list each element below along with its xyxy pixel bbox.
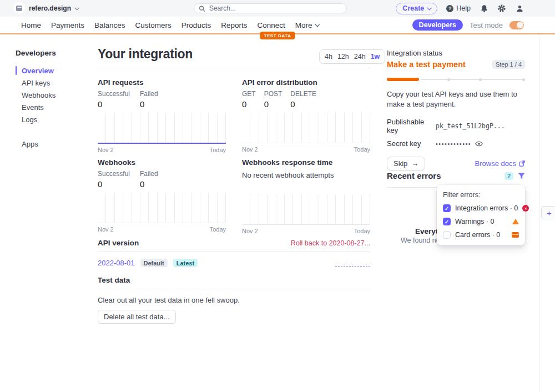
stat-value: 0 bbox=[140, 179, 158, 189]
toggle-knob bbox=[517, 22, 523, 28]
section-description: Clear out all your test data in one fell… bbox=[98, 296, 370, 304]
skip-button[interactable]: Skip → bbox=[387, 157, 425, 170]
box-icon bbox=[16, 6, 22, 11]
search-input[interactable] bbox=[208, 4, 342, 13]
card-title: Webhooks response time bbox=[242, 158, 370, 167]
nav-item-balances[interactable]: Balances bbox=[94, 21, 125, 29]
filter-option-integration-errors[interactable]: Integration errors · 0 bbox=[443, 204, 519, 212]
axis-end-label: Today bbox=[354, 228, 370, 234]
axis-start-label: Nov 2 bbox=[242, 228, 258, 234]
stat-label: GET bbox=[242, 90, 256, 98]
chevron-down-icon bbox=[74, 6, 79, 10]
x-axis: Nov 2 Today bbox=[242, 146, 370, 153]
publishable-key-row: Publishable key pk_test_51L2bgP... bbox=[387, 118, 525, 134]
x-axis: Nov 2 Today bbox=[98, 147, 226, 153]
nav-item-customers[interactable]: Customers bbox=[135, 21, 171, 29]
test-mode-label: Test mode bbox=[470, 21, 503, 29]
time-range-selector: 4h 12h 24h 1w bbox=[319, 49, 385, 64]
notifications-bell-button[interactable] bbox=[480, 4, 488, 13]
nav-item-payments[interactable]: Payments bbox=[51, 21, 84, 29]
zoom-plus-button[interactable] bbox=[541, 206, 555, 219]
checkbox-checked[interactable] bbox=[443, 218, 451, 225]
settings-gear-button[interactable] bbox=[497, 4, 506, 13]
latest-badge: Latest bbox=[173, 259, 198, 267]
section-title: Test data bbox=[98, 276, 130, 284]
stat-failed: Failed 0 bbox=[140, 90, 158, 109]
checkbox-checked[interactable] bbox=[443, 204, 451, 212]
create-button[interactable]: Create bbox=[396, 3, 437, 14]
filter-option-card-errors[interactable]: Card errors · 0 bbox=[443, 231, 519, 239]
card-title: API requests bbox=[98, 78, 226, 87]
filter-errors-button[interactable] bbox=[518, 173, 525, 179]
delete-test-data-button[interactable]: Delete all test data... bbox=[98, 310, 176, 324]
nav-links: Home Payments Balances Customers Product… bbox=[21, 17, 319, 33]
publishable-key-value[interactable]: pk_test_51L2bgP... bbox=[436, 122, 505, 130]
bell-icon bbox=[480, 4, 488, 13]
axis-start-label: Nov 2 bbox=[242, 146, 258, 153]
sidebar-item-apps[interactable]: Apps bbox=[16, 138, 85, 150]
sidebar-item-api-keys[interactable]: API keys bbox=[16, 77, 85, 89]
progress-dot bbox=[447, 78, 450, 81]
stat-label: DELETE bbox=[290, 90, 316, 98]
checkbox-unchecked[interactable] bbox=[443, 231, 451, 239]
browse-docs-link[interactable]: Browse docs bbox=[475, 159, 525, 168]
divider bbox=[98, 289, 370, 289]
card-title: API error distribution bbox=[242, 78, 370, 87]
account-avatar-button[interactable] bbox=[515, 4, 524, 13]
workspace-switcher[interactable]: refero.design bbox=[13, 2, 78, 14]
nav-item-reports[interactable]: Reports bbox=[221, 21, 247, 29]
filter-funnel-icon bbox=[518, 173, 525, 179]
nav-item-connect[interactable]: Connect bbox=[257, 21, 285, 29]
search-box[interactable] bbox=[194, 3, 347, 13]
dashed-underline-placeholder bbox=[335, 266, 370, 267]
stat-label: Successful bbox=[98, 90, 130, 98]
gear-icon bbox=[497, 4, 506, 13]
webhooks-response-time-chart bbox=[242, 194, 370, 225]
sidebar-item-webhooks[interactable]: Webhooks bbox=[16, 89, 85, 101]
person-icon bbox=[516, 4, 524, 13]
api-requests-card: API requests Successful 0 Failed 0 Nov 2… bbox=[98, 78, 226, 153]
stat-get: GET 0 bbox=[242, 90, 256, 109]
divider bbox=[98, 252, 370, 252]
range-option-12h[interactable]: 12h bbox=[337, 53, 349, 61]
browse-docs-label: Browse docs bbox=[475, 159, 516, 168]
default-badge: Default bbox=[140, 259, 168, 267]
rollback-link[interactable]: Roll back to 2020-08-27... bbox=[291, 239, 370, 247]
help-button[interactable]: ? Help bbox=[446, 4, 471, 12]
axis-end-label: Today bbox=[354, 146, 370, 153]
filter-option-label: Integration errors · 0 bbox=[455, 204, 518, 212]
sidebar-item-logs[interactable]: Logs bbox=[16, 113, 85, 125]
stat-value: 0 bbox=[140, 99, 158, 109]
axis-end-label: Today bbox=[210, 226, 226, 233]
stat-label: Failed bbox=[140, 170, 158, 178]
progress-track bbox=[421, 79, 525, 80]
range-option-1w[interactable]: 1w bbox=[371, 53, 380, 61]
stat-label: POST bbox=[264, 90, 282, 98]
test-mode-toggle[interactable] bbox=[509, 21, 524, 29]
recent-errors-title: Recent errors bbox=[387, 171, 504, 180]
sidebar-item-events[interactable]: Events bbox=[16, 101, 85, 113]
version-link[interactable]: 2022-08-01 bbox=[98, 259, 135, 267]
status-row: Make a test payment Step 1 / 4 bbox=[387, 60, 525, 69]
x-axis: Nov 2 Today bbox=[98, 226, 226, 233]
test-data-badge: TEST DATA bbox=[260, 32, 295, 39]
sidebar-item-overview[interactable]: Overview bbox=[16, 64, 85, 77]
arrow-right-icon: → bbox=[411, 159, 418, 168]
range-option-24h[interactable]: 24h bbox=[354, 53, 366, 61]
nav-item-more[interactable]: More bbox=[295, 21, 319, 29]
nav-item-products[interactable]: Products bbox=[181, 21, 211, 29]
step-description: Copy your test API keys and use them to … bbox=[387, 89, 525, 109]
empty-state-text: No recent webhook attempts bbox=[242, 171, 370, 179]
range-option-4h[interactable]: 4h bbox=[325, 53, 332, 61]
api-error-distribution-card: API error distribution GET 0 POST 0 DELE… bbox=[242, 78, 370, 153]
nav-item-home[interactable]: Home bbox=[21, 21, 41, 29]
developers-pill-button[interactable]: Developers bbox=[412, 19, 463, 31]
filter-option-warnings[interactable]: Warnings · 0 bbox=[443, 218, 519, 225]
progress-dot bbox=[479, 78, 482, 81]
create-label: Create bbox=[402, 4, 424, 12]
secret-key-label: Secret key bbox=[387, 139, 436, 148]
stat-label: Failed bbox=[140, 90, 158, 98]
reveal-secret-button[interactable] bbox=[475, 140, 483, 147]
divider bbox=[98, 68, 370, 68]
stats-row: Successful 0 Failed 0 bbox=[98, 90, 226, 109]
